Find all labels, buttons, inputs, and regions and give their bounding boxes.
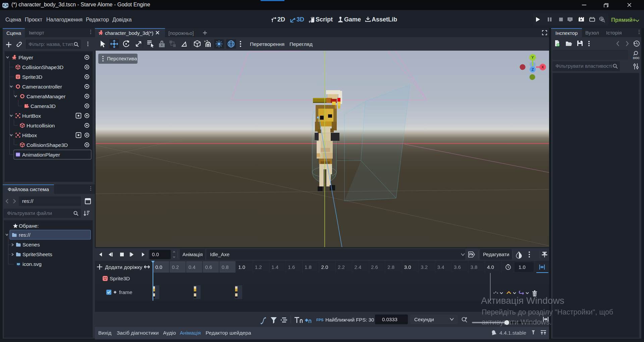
- svg-text:Idle_Axe: Idle_Axe: [210, 251, 229, 257]
- svg-text:AnimationPlayer: AnimationPlayer: [22, 152, 60, 158]
- svg-text:Hurtcollision: Hurtcollision: [26, 123, 55, 128]
- svg-text:icon.svg: icon.svg: [22, 261, 42, 267]
- svg-text:1.4: 1.4: [271, 264, 278, 270]
- svg-text:0.4: 0.4: [189, 264, 196, 270]
- svg-text:Hitbox: Hitbox: [22, 132, 37, 138]
- svg-text:1.6: 1.6: [288, 264, 295, 270]
- svg-text:Анімація: Анімація: [182, 251, 203, 257]
- svg-text:CollisionShape3D: CollisionShape3D: [22, 64, 63, 70]
- svg-text:3.4: 3.4: [437, 264, 444, 270]
- svg-text:SpriteSheets: SpriteSheets: [22, 251, 52, 257]
- svg-text:2.0: 2.0: [321, 264, 328, 270]
- svg-text:FPS: FPS: [316, 318, 323, 322]
- svg-text:Найближчий FPS: 30: Найближчий FPS: 30: [325, 317, 374, 323]
- svg-text:2.2: 2.2: [338, 264, 345, 270]
- svg-text:Y: Y: [531, 55, 534, 59]
- svg-text:1.0: 1.0: [238, 264, 245, 270]
- svg-text:Додати доріжку: Додати доріжку: [105, 264, 142, 270]
- svg-text:Sprite3D: Sprite3D: [22, 74, 42, 80]
- svg-text:3.0: 3.0: [404, 264, 411, 270]
- svg-text:0.0333: 0.0333: [382, 317, 397, 322]
- svg-text:Z: Z: [532, 67, 534, 71]
- svg-text:2.6: 2.6: [371, 264, 378, 270]
- svg-text:0.2: 0.2: [172, 264, 179, 270]
- svg-text:DOC: DOC: [633, 56, 640, 60]
- svg-text:CollisionShape3D: CollisionShape3D: [26, 142, 68, 148]
- svg-text:0.6: 0.6: [205, 264, 212, 270]
- svg-text:Sprite3D: Sprite3D: [110, 276, 130, 281]
- svg-text:0.0: 0.0: [152, 251, 159, 257]
- svg-text:Cameracontroller: Cameracontroller: [22, 84, 62, 90]
- svg-text:Секунди: Секунди: [414, 317, 434, 322]
- svg-text:res://: res://: [19, 232, 31, 238]
- svg-text:2.8: 2.8: [387, 264, 394, 270]
- svg-text:Обране:: Обране:: [19, 223, 39, 229]
- svg-text:4.0: 4.0: [487, 264, 494, 270]
- svg-text:3.6: 3.6: [454, 264, 461, 270]
- svg-text:1.2: 1.2: [255, 264, 262, 270]
- svg-text:2.4: 2.4: [354, 264, 361, 270]
- svg-text:Player: Player: [18, 55, 33, 60]
- svg-text:Перспектива: Перспектива: [107, 56, 137, 61]
- svg-text:CameraManager: CameraManager: [26, 94, 65, 99]
- svg-text:Scenes: Scenes: [22, 242, 40, 247]
- svg-text:HurtBox: HurtBox: [22, 113, 41, 119]
- svg-text:Редагувати: Редагувати: [483, 251, 509, 257]
- svg-text:1.8: 1.8: [305, 264, 312, 270]
- svg-text:3.8: 3.8: [471, 264, 478, 270]
- svg-text:X: X: [541, 65, 544, 69]
- svg-text:Camera3D: Camera3D: [31, 103, 56, 109]
- svg-text:1.0: 1.0: [519, 264, 526, 270]
- svg-text:0.0: 0.0: [155, 264, 162, 270]
- svg-text:frame: frame: [119, 289, 132, 295]
- svg-text:0.8: 0.8: [222, 264, 229, 270]
- svg-text:3.2: 3.2: [421, 264, 428, 270]
